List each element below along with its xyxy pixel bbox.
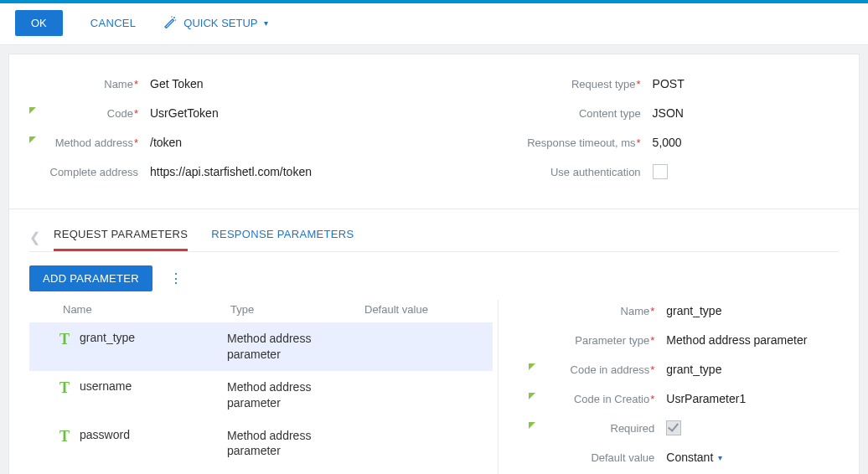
label-code: Code*	[29, 107, 147, 120]
wand-icon	[163, 15, 177, 31]
more-actions-icon[interactable]: ⋮	[169, 270, 183, 286]
col-default: Default value	[364, 303, 493, 316]
svg-point-0	[173, 17, 175, 18]
parameters-section: ❮ REQUEST PARAMETERS RESPONSE PARAMETERS…	[8, 209, 860, 474]
tabs-prev-icon[interactable]: ❮	[29, 229, 54, 245]
param-row[interactable]: Tgrant_typeMethod address parameter	[29, 322, 493, 371]
field-name[interactable]: Get Token	[147, 75, 482, 92]
label-request-type: Request type*	[515, 78, 649, 90]
detail-label-code-in-creatio: Code in Creatio*	[529, 393, 663, 405]
field-complete-address: https://api.starfishetl.com/token	[147, 163, 482, 180]
detail-label-required: Required	[529, 422, 663, 435]
field-method-address[interactable]: /token	[147, 134, 482, 151]
field-response-timeout[interactable]: 5,000	[649, 134, 839, 151]
cancel-button[interactable]: CANCEL	[76, 11, 151, 35]
tabs-row: ❮ REQUEST PARAMETERS RESPONSE PARAMETERS	[29, 223, 839, 252]
field-content-type[interactable]: JSON	[649, 105, 839, 121]
detail-field-code-in-address[interactable]: grant_type	[663, 361, 839, 378]
detail-label-default-value: Default value	[529, 451, 663, 464]
detail-field-code-in-creatio[interactable]: UsrParameter1	[663, 390, 839, 407]
detail-field-param-type[interactable]: Method address parameter	[663, 332, 839, 348]
detail-field-name[interactable]: grant_type	[663, 302, 839, 319]
chevron-down-icon: ▾	[264, 18, 268, 28]
label-method-address: Method address*	[29, 137, 147, 149]
label-content-type: Content type	[515, 107, 649, 120]
parameter-list: Name Type Default value Tgrant_typeMetho…	[29, 300, 499, 474]
add-parameter-button[interactable]: ADD PARAMETER	[29, 265, 152, 291]
param-type: Method address parameter	[227, 331, 361, 363]
ok-button[interactable]: OK	[15, 10, 63, 36]
label-name: Name*	[29, 78, 147, 90]
param-type: Method address parameter	[227, 428, 361, 460]
param-list-header: Name Type Default value	[29, 300, 493, 322]
method-form-panel: Name* Get Token Code* UsrGetToken Method…	[8, 54, 860, 209]
param-name: grant_type	[80, 331, 227, 344]
detail-field-default-value[interactable]: Constant ▾	[666, 451, 722, 464]
parameter-detail-panel: Name* grant_type Parameter type* Method …	[499, 300, 839, 474]
field-request-type[interactable]: POST	[649, 75, 839, 92]
field-code[interactable]: UsrGetToken	[147, 105, 482, 121]
col-name: Name	[63, 303, 230, 316]
detail-label-param-type: Parameter type*	[529, 334, 663, 347]
label-use-auth: Use authentication	[515, 166, 649, 178]
param-row[interactable]: TusernameMethod address parameter	[29, 371, 493, 420]
tab-request-parameters[interactable]: REQUEST PARAMETERS	[54, 223, 188, 251]
col-type: Type	[230, 303, 364, 316]
chevron-down-icon: ▾	[718, 453, 722, 462]
label-response-timeout: Response timeout, ms*	[515, 137, 649, 149]
quick-setup-dropdown[interactable]: QUICK SETUP ▾	[163, 15, 268, 31]
checkbox-use-auth[interactable]	[653, 164, 668, 179]
param-type: Method address parameter	[227, 379, 361, 411]
text-type-icon: T	[59, 331, 80, 348]
param-name: username	[80, 379, 227, 393]
tab-response-parameters[interactable]: RESPONSE PARAMETERS	[211, 223, 354, 251]
svg-point-2	[175, 19, 176, 20]
label-complete-address: Complete address	[29, 166, 147, 178]
param-name: password	[80, 428, 227, 441]
detail-label-name: Name*	[529, 305, 663, 317]
detail-label-code-in-address: Code in address*	[529, 363, 663, 376]
svg-point-1	[172, 16, 173, 17]
quick-setup-label: QUICK SETUP	[183, 17, 257, 29]
text-type-icon: T	[59, 428, 80, 446]
toolbar: OK CANCEL QUICK SETUP ▾	[0, 3, 868, 45]
text-type-icon: T	[59, 379, 80, 397]
detail-checkbox-required[interactable]	[666, 420, 681, 435]
param-row[interactable]: TpasswordMethod address parameter	[29, 420, 493, 468]
content-wrap: Name* Get Token Code* UsrGetToken Method…	[0, 45, 868, 474]
